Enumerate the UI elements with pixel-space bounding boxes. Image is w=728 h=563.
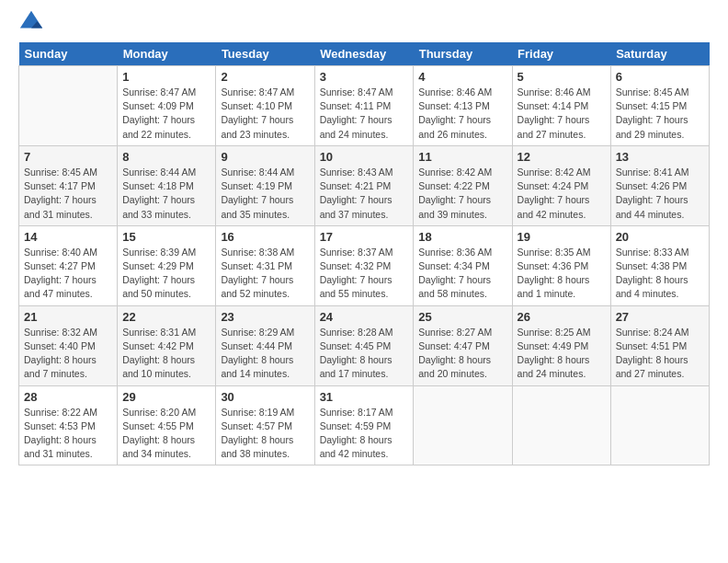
cell-details: Sunrise: 8:32 AMSunset: 4:40 PMDaylight:… bbox=[24, 326, 112, 382]
day-header-friday: Friday bbox=[512, 42, 610, 66]
cell-details: Sunrise: 8:36 AMSunset: 4:34 PMDaylight:… bbox=[418, 246, 506, 302]
cell-details: Sunrise: 8:25 AMSunset: 4:49 PMDaylight:… bbox=[518, 326, 606, 382]
calendar-cell: 6Sunrise: 8:45 AMSunset: 4:15 PMDaylight… bbox=[610, 66, 709, 146]
cell-details: Sunrise: 8:38 AMSunset: 4:31 PMDaylight:… bbox=[221, 246, 309, 302]
calendar-cell: 11Sunrise: 8:42 AMSunset: 4:22 PMDayligh… bbox=[414, 145, 512, 225]
cell-details: Sunrise: 8:47 AMSunset: 4:09 PMDaylight:… bbox=[122, 86, 210, 142]
date-number: 25 bbox=[418, 310, 506, 324]
cell-details: Sunrise: 8:42 AMSunset: 4:22 PMDaylight:… bbox=[418, 166, 506, 222]
calendar-cell: 4Sunrise: 8:46 AMSunset: 4:13 PMDaylight… bbox=[414, 66, 512, 146]
calendar-cell: 27Sunrise: 8:24 AMSunset: 4:51 PMDayligh… bbox=[610, 305, 709, 385]
date-number: 5 bbox=[518, 70, 606, 84]
calendar-cell: 18Sunrise: 8:36 AMSunset: 4:34 PMDayligh… bbox=[414, 225, 512, 305]
calendar-cell: 30Sunrise: 8:19 AMSunset: 4:57 PMDayligh… bbox=[216, 385, 314, 465]
day-header-saturday: Saturday bbox=[610, 42, 709, 66]
cell-details: Sunrise: 8:42 AMSunset: 4:24 PMDaylight:… bbox=[518, 166, 606, 222]
date-number: 28 bbox=[24, 390, 112, 404]
calendar-cell bbox=[19, 66, 118, 146]
calendar-cell: 23Sunrise: 8:29 AMSunset: 4:44 PMDayligh… bbox=[216, 305, 314, 385]
date-number: 14 bbox=[24, 230, 112, 244]
date-number: 27 bbox=[616, 310, 704, 324]
calendar-cell: 1Sunrise: 8:47 AMSunset: 4:09 PMDaylight… bbox=[118, 66, 216, 146]
calendar-cell: 19Sunrise: 8:35 AMSunset: 4:36 PMDayligh… bbox=[512, 225, 610, 305]
week-row-5: 28Sunrise: 8:22 AMSunset: 4:53 PMDayligh… bbox=[19, 385, 710, 465]
calendar-cell: 21Sunrise: 8:32 AMSunset: 4:40 PMDayligh… bbox=[19, 305, 118, 385]
calendar-cell: 10Sunrise: 8:43 AMSunset: 4:21 PMDayligh… bbox=[314, 145, 414, 225]
cell-details: Sunrise: 8:45 AMSunset: 4:15 PMDaylight:… bbox=[616, 86, 704, 142]
date-number: 17 bbox=[320, 230, 409, 244]
date-number: 23 bbox=[221, 310, 309, 324]
cell-details: Sunrise: 8:24 AMSunset: 4:51 PMDaylight:… bbox=[616, 326, 704, 382]
week-row-3: 14Sunrise: 8:40 AMSunset: 4:27 PMDayligh… bbox=[19, 225, 710, 305]
date-number: 8 bbox=[122, 150, 210, 164]
calendar-cell: 28Sunrise: 8:22 AMSunset: 4:53 PMDayligh… bbox=[19, 385, 118, 465]
cell-details: Sunrise: 8:31 AMSunset: 4:42 PMDaylight:… bbox=[122, 326, 210, 382]
date-number: 22 bbox=[122, 310, 210, 324]
calendar-cell: 5Sunrise: 8:46 AMSunset: 4:14 PMDaylight… bbox=[512, 66, 610, 146]
cell-details: Sunrise: 8:46 AMSunset: 4:13 PMDaylight:… bbox=[418, 86, 506, 142]
calendar-cell bbox=[610, 385, 709, 465]
calendar-cell: 29Sunrise: 8:20 AMSunset: 4:55 PMDayligh… bbox=[118, 385, 216, 465]
calendar-cell: 3Sunrise: 8:47 AMSunset: 4:11 PMDaylight… bbox=[314, 66, 414, 146]
calendar-cell: 2Sunrise: 8:47 AMSunset: 4:10 PMDaylight… bbox=[216, 66, 314, 146]
cell-details: Sunrise: 8:47 AMSunset: 4:10 PMDaylight:… bbox=[221, 86, 309, 142]
cell-details: Sunrise: 8:45 AMSunset: 4:17 PMDaylight:… bbox=[24, 166, 112, 222]
cell-details: Sunrise: 8:22 AMSunset: 4:53 PMDaylight:… bbox=[24, 406, 112, 462]
cell-details: Sunrise: 8:43 AMSunset: 4:21 PMDaylight:… bbox=[320, 166, 409, 222]
date-number: 9 bbox=[221, 150, 309, 164]
date-number: 29 bbox=[122, 390, 210, 404]
header-row: SundayMondayTuesdayWednesdayThursdayFrid… bbox=[19, 42, 710, 66]
cell-details: Sunrise: 8:41 AMSunset: 4:26 PMDaylight:… bbox=[616, 166, 704, 222]
date-number: 21 bbox=[24, 310, 112, 324]
calendar-cell: 16Sunrise: 8:38 AMSunset: 4:31 PMDayligh… bbox=[216, 225, 314, 305]
date-number: 15 bbox=[122, 230, 210, 244]
calendar-cell: 14Sunrise: 8:40 AMSunset: 4:27 PMDayligh… bbox=[19, 225, 118, 305]
day-header-wednesday: Wednesday bbox=[314, 42, 414, 66]
date-number: 30 bbox=[221, 390, 309, 404]
cell-details: Sunrise: 8:40 AMSunset: 4:27 PMDaylight:… bbox=[24, 246, 112, 302]
calendar-cell: 31Sunrise: 8:17 AMSunset: 4:59 PMDayligh… bbox=[314, 385, 414, 465]
date-number: 4 bbox=[418, 70, 506, 84]
calendar-cell: 8Sunrise: 8:44 AMSunset: 4:18 PMDaylight… bbox=[118, 145, 216, 225]
date-number: 2 bbox=[221, 70, 309, 84]
page-header bbox=[18, 9, 710, 35]
date-number: 16 bbox=[221, 230, 309, 244]
calendar-cell: 20Sunrise: 8:33 AMSunset: 4:38 PMDayligh… bbox=[610, 225, 709, 305]
logo-icon bbox=[18, 9, 44, 35]
week-row-1: 1Sunrise: 8:47 AMSunset: 4:09 PMDaylight… bbox=[19, 66, 710, 146]
date-number: 6 bbox=[616, 70, 704, 84]
calendar-cell: 13Sunrise: 8:41 AMSunset: 4:26 PMDayligh… bbox=[610, 145, 709, 225]
date-number: 11 bbox=[418, 150, 506, 164]
cell-details: Sunrise: 8:17 AMSunset: 4:59 PMDaylight:… bbox=[320, 406, 409, 462]
calendar-cell bbox=[512, 385, 610, 465]
calendar-cell: 7Sunrise: 8:45 AMSunset: 4:17 PMDaylight… bbox=[19, 145, 118, 225]
day-header-sunday: Sunday bbox=[19, 42, 118, 66]
week-row-2: 7Sunrise: 8:45 AMSunset: 4:17 PMDaylight… bbox=[19, 145, 710, 225]
cell-details: Sunrise: 8:29 AMSunset: 4:44 PMDaylight:… bbox=[221, 326, 309, 382]
date-number: 24 bbox=[320, 310, 409, 324]
calendar-cell bbox=[414, 385, 512, 465]
cell-details: Sunrise: 8:33 AMSunset: 4:38 PMDaylight:… bbox=[616, 246, 704, 302]
date-number: 26 bbox=[518, 310, 606, 324]
calendar-cell: 24Sunrise: 8:28 AMSunset: 4:45 PMDayligh… bbox=[314, 305, 414, 385]
date-number: 19 bbox=[518, 230, 606, 244]
date-number: 10 bbox=[320, 150, 409, 164]
date-number: 7 bbox=[24, 150, 112, 164]
date-number: 1 bbox=[122, 70, 210, 84]
calendar-cell: 17Sunrise: 8:37 AMSunset: 4:32 PMDayligh… bbox=[314, 225, 414, 305]
calendar-cell: 9Sunrise: 8:44 AMSunset: 4:19 PMDaylight… bbox=[216, 145, 314, 225]
cell-details: Sunrise: 8:28 AMSunset: 4:45 PMDaylight:… bbox=[320, 326, 409, 382]
logo bbox=[18, 9, 46, 35]
cell-details: Sunrise: 8:44 AMSunset: 4:18 PMDaylight:… bbox=[122, 166, 210, 222]
calendar-cell: 25Sunrise: 8:27 AMSunset: 4:47 PMDayligh… bbox=[414, 305, 512, 385]
calendar-cell: 26Sunrise: 8:25 AMSunset: 4:49 PMDayligh… bbox=[512, 305, 610, 385]
date-number: 12 bbox=[518, 150, 606, 164]
cell-details: Sunrise: 8:20 AMSunset: 4:55 PMDaylight:… bbox=[122, 406, 210, 462]
calendar-cell: 22Sunrise: 8:31 AMSunset: 4:42 PMDayligh… bbox=[118, 305, 216, 385]
date-number: 20 bbox=[616, 230, 704, 244]
cell-details: Sunrise: 8:19 AMSunset: 4:57 PMDaylight:… bbox=[221, 406, 309, 462]
cell-details: Sunrise: 8:35 AMSunset: 4:36 PMDaylight:… bbox=[518, 246, 606, 302]
date-number: 18 bbox=[418, 230, 506, 244]
cell-details: Sunrise: 8:27 AMSunset: 4:47 PMDaylight:… bbox=[418, 326, 506, 382]
calendar-cell: 12Sunrise: 8:42 AMSunset: 4:24 PMDayligh… bbox=[512, 145, 610, 225]
